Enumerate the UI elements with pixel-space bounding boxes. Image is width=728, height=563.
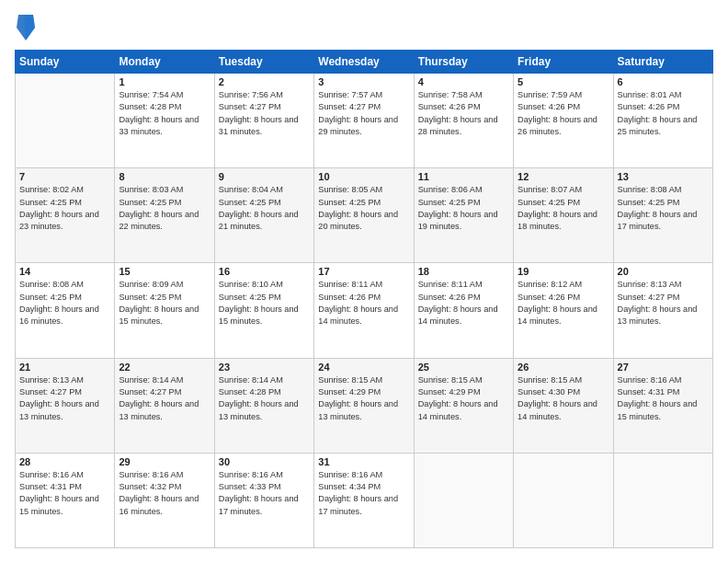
day-info: Sunrise: 8:07 AMSunset: 4:25 PMDaylight:… bbox=[518, 184, 609, 233]
day-number: 20 bbox=[618, 266, 709, 277]
day-number: 30 bbox=[219, 456, 310, 467]
calendar-cell: 5Sunrise: 7:59 AMSunset: 4:26 PMDaylight… bbox=[514, 74, 613, 168]
calendar-cell bbox=[613, 453, 712, 547]
day-number: 7 bbox=[19, 171, 110, 182]
day-number: 24 bbox=[318, 362, 409, 373]
calendar-cell: 30Sunrise: 8:16 AMSunset: 4:33 PMDayligh… bbox=[214, 453, 313, 547]
calendar-cell: 14Sunrise: 8:08 AMSunset: 4:25 PMDayligh… bbox=[16, 263, 115, 358]
calendar-cell bbox=[514, 453, 613, 547]
calendar-cell: 22Sunrise: 8:14 AMSunset: 4:27 PMDayligh… bbox=[115, 358, 214, 453]
day-info: Sunrise: 8:16 AMSunset: 4:31 PMDaylight:… bbox=[618, 374, 709, 423]
calendar-cell: 4Sunrise: 7:58 AMSunset: 4:26 PMDaylight… bbox=[414, 74, 513, 168]
day-info: Sunrise: 7:56 AMSunset: 4:27 PMDaylight:… bbox=[219, 89, 310, 138]
day-number: 11 bbox=[418, 171, 509, 182]
day-number: 17 bbox=[318, 266, 409, 277]
day-number: 12 bbox=[518, 171, 609, 182]
day-info: Sunrise: 8:06 AMSunset: 4:25 PMDaylight:… bbox=[418, 184, 509, 233]
calendar-table: SundayMondayTuesdayWednesdayThursdayFrid… bbox=[15, 50, 713, 548]
calendar-cell: 21Sunrise: 8:13 AMSunset: 4:27 PMDayligh… bbox=[16, 358, 115, 453]
day-info: Sunrise: 7:54 AMSunset: 4:28 PMDaylight:… bbox=[119, 89, 210, 138]
day-info: Sunrise: 8:03 AMSunset: 4:25 PMDaylight:… bbox=[119, 184, 210, 233]
day-info: Sunrise: 8:16 AMSunset: 4:32 PMDaylight:… bbox=[119, 469, 210, 518]
calendar-cell: 15Sunrise: 8:09 AMSunset: 4:25 PMDayligh… bbox=[115, 263, 214, 358]
calendar-cell bbox=[414, 453, 513, 547]
logo bbox=[15, 15, 35, 40]
day-info: Sunrise: 8:04 AMSunset: 4:25 PMDaylight:… bbox=[219, 184, 310, 233]
day-number: 14 bbox=[19, 266, 110, 277]
day-info: Sunrise: 8:16 AMSunset: 4:33 PMDaylight:… bbox=[219, 469, 310, 518]
calendar-cell: 19Sunrise: 8:12 AMSunset: 4:26 PMDayligh… bbox=[514, 263, 613, 358]
day-info: Sunrise: 8:11 AMSunset: 4:26 PMDaylight:… bbox=[418, 279, 509, 327]
calendar-week-row: 28Sunrise: 8:16 AMSunset: 4:31 PMDayligh… bbox=[16, 453, 713, 547]
day-info: Sunrise: 8:08 AMSunset: 4:25 PMDaylight:… bbox=[618, 184, 709, 233]
day-info: Sunrise: 8:08 AMSunset: 4:25 PMDaylight:… bbox=[19, 279, 110, 327]
calendar-cell: 26Sunrise: 8:15 AMSunset: 4:30 PMDayligh… bbox=[514, 358, 613, 453]
day-number: 16 bbox=[219, 266, 310, 277]
day-number: 15 bbox=[119, 266, 210, 277]
calendar-cell: 27Sunrise: 8:16 AMSunset: 4:31 PMDayligh… bbox=[613, 358, 712, 453]
calendar-cell: 11Sunrise: 8:06 AMSunset: 4:25 PMDayligh… bbox=[414, 168, 513, 263]
calendar-cell: 24Sunrise: 8:15 AMSunset: 4:29 PMDayligh… bbox=[314, 358, 414, 453]
day-number: 3 bbox=[318, 76, 409, 87]
calendar-week-row: 14Sunrise: 8:08 AMSunset: 4:25 PMDayligh… bbox=[16, 263, 713, 358]
day-info: Sunrise: 8:05 AMSunset: 4:25 PMDaylight:… bbox=[318, 184, 409, 233]
day-info: Sunrise: 8:15 AMSunset: 4:29 PMDaylight:… bbox=[318, 374, 409, 423]
calendar-week-row: 1Sunrise: 7:54 AMSunset: 4:28 PMDaylight… bbox=[16, 74, 713, 168]
day-number: 28 bbox=[19, 456, 110, 467]
calendar-header-tuesday: Tuesday bbox=[214, 51, 313, 74]
day-number: 31 bbox=[318, 456, 409, 467]
day-number: 9 bbox=[219, 171, 310, 182]
calendar-header-wednesday: Wednesday bbox=[314, 51, 414, 74]
calendar-week-row: 7Sunrise: 8:02 AMSunset: 4:25 PMDaylight… bbox=[16, 168, 713, 263]
calendar-header-row: SundayMondayTuesdayWednesdayThursdayFrid… bbox=[16, 51, 713, 74]
day-info: Sunrise: 8:15 AMSunset: 4:30 PMDaylight:… bbox=[518, 374, 609, 423]
day-info: Sunrise: 8:01 AMSunset: 4:26 PMDaylight:… bbox=[618, 89, 709, 138]
header bbox=[15, 15, 713, 40]
day-info: Sunrise: 8:12 AMSunset: 4:26 PMDaylight:… bbox=[518, 279, 609, 327]
calendar-header-monday: Monday bbox=[115, 51, 214, 74]
day-number: 26 bbox=[518, 362, 609, 373]
calendar-cell: 20Sunrise: 8:13 AMSunset: 4:27 PMDayligh… bbox=[613, 263, 712, 358]
calendar-cell: 31Sunrise: 8:16 AMSunset: 4:34 PMDayligh… bbox=[314, 453, 414, 547]
day-info: Sunrise: 8:13 AMSunset: 4:27 PMDaylight:… bbox=[618, 279, 709, 327]
calendar-cell: 25Sunrise: 8:15 AMSunset: 4:29 PMDayligh… bbox=[414, 358, 513, 453]
day-number: 4 bbox=[418, 76, 509, 87]
calendar-cell: 7Sunrise: 8:02 AMSunset: 4:25 PMDaylight… bbox=[16, 168, 115, 263]
day-info: Sunrise: 7:59 AMSunset: 4:26 PMDaylight:… bbox=[518, 89, 609, 138]
day-number: 1 bbox=[119, 76, 210, 87]
day-info: Sunrise: 8:10 AMSunset: 4:25 PMDaylight:… bbox=[219, 279, 310, 327]
calendar-cell: 18Sunrise: 8:11 AMSunset: 4:26 PMDayligh… bbox=[414, 263, 513, 358]
calendar-cell: 1Sunrise: 7:54 AMSunset: 4:28 PMDaylight… bbox=[115, 74, 214, 168]
day-number: 21 bbox=[19, 362, 110, 373]
day-number: 25 bbox=[418, 362, 509, 373]
calendar-cell: 3Sunrise: 7:57 AMSunset: 4:27 PMDaylight… bbox=[314, 74, 414, 168]
day-info: Sunrise: 8:14 AMSunset: 4:27 PMDaylight:… bbox=[119, 374, 210, 423]
day-number: 18 bbox=[418, 266, 509, 277]
day-number: 23 bbox=[219, 362, 310, 373]
day-info: Sunrise: 8:14 AMSunset: 4:28 PMDaylight:… bbox=[219, 374, 310, 423]
calendar-cell: 23Sunrise: 8:14 AMSunset: 4:28 PMDayligh… bbox=[214, 358, 313, 453]
svg-marker-1 bbox=[24, 15, 35, 40]
calendar-cell: 9Sunrise: 8:04 AMSunset: 4:25 PMDaylight… bbox=[214, 168, 313, 263]
day-info: Sunrise: 8:16 AMSunset: 4:31 PMDaylight:… bbox=[19, 469, 110, 518]
calendar-cell bbox=[16, 74, 115, 168]
calendar-cell: 10Sunrise: 8:05 AMSunset: 4:25 PMDayligh… bbox=[314, 168, 414, 263]
calendar-cell: 12Sunrise: 8:07 AMSunset: 4:25 PMDayligh… bbox=[514, 168, 613, 263]
day-number: 5 bbox=[518, 76, 609, 87]
calendar-cell: 13Sunrise: 8:08 AMSunset: 4:25 PMDayligh… bbox=[613, 168, 712, 263]
calendar-header-saturday: Saturday bbox=[613, 51, 712, 74]
calendar-cell: 2Sunrise: 7:56 AMSunset: 4:27 PMDaylight… bbox=[214, 74, 313, 168]
day-info: Sunrise: 8:13 AMSunset: 4:27 PMDaylight:… bbox=[19, 374, 110, 423]
day-info: Sunrise: 8:11 AMSunset: 4:26 PMDaylight:… bbox=[318, 279, 409, 327]
day-number: 6 bbox=[618, 76, 709, 87]
calendar-header-friday: Friday bbox=[514, 51, 613, 74]
day-number: 10 bbox=[318, 171, 409, 182]
day-info: Sunrise: 7:58 AMSunset: 4:26 PMDaylight:… bbox=[418, 89, 509, 138]
day-number: 2 bbox=[219, 76, 310, 87]
day-number: 13 bbox=[618, 171, 709, 182]
day-number: 29 bbox=[119, 456, 210, 467]
day-info: Sunrise: 8:15 AMSunset: 4:29 PMDaylight:… bbox=[418, 374, 509, 423]
day-number: 22 bbox=[119, 362, 210, 373]
calendar-cell: 16Sunrise: 8:10 AMSunset: 4:25 PMDayligh… bbox=[214, 263, 313, 358]
day-info: Sunrise: 8:09 AMSunset: 4:25 PMDaylight:… bbox=[119, 279, 210, 327]
